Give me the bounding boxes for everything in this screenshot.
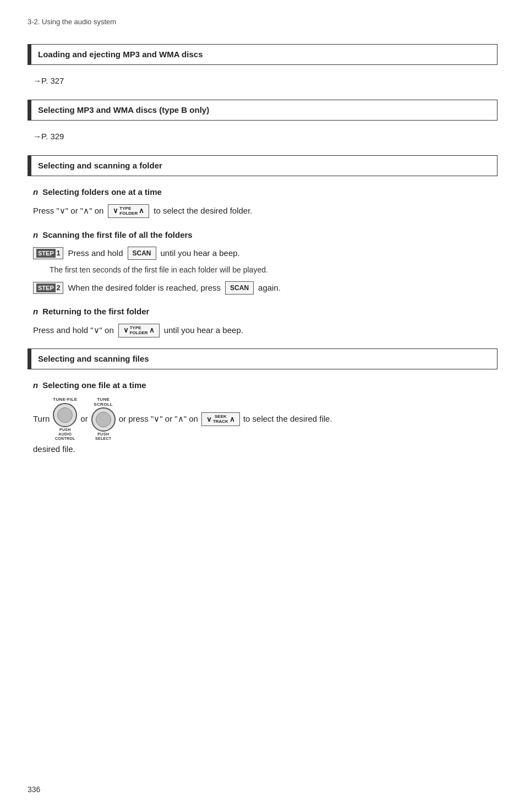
knob1-bottom-label: PUSH AUDIO CONTROL xyxy=(55,428,75,440)
section-folder: Selecting and scanning a folder n Select… xyxy=(28,155,497,337)
breadcrumb: 3-2. Using the audio system xyxy=(28,17,497,28)
step1-prefix: Press and hold xyxy=(68,247,123,260)
subsection-returning-first: n Returning to the first folder Press an… xyxy=(33,306,497,337)
folders-one-suffix-text: to select the desired folder. xyxy=(154,205,252,217)
subsection-label-scanning: Scanning the first file of all the folde… xyxy=(42,229,193,242)
step-badge-1: STEP1 xyxy=(33,247,63,259)
section-loading: Loading and ejecting MP3 and WMA discs →… xyxy=(28,44,497,88)
folder-type-btn-1: ∨ TYPEFOLDER ∧ xyxy=(108,204,149,218)
seek-track-btn: ∨ SEEKTRACK ∧ xyxy=(201,412,240,426)
section-title-folder: Selecting and scanning a folder xyxy=(31,156,169,176)
knob-tune-scroll: TUNE SCROLL PUSH SELECT xyxy=(91,397,116,441)
or-press-text: or press "∨" or "∧" on xyxy=(119,413,198,426)
subsection-scanning-first-file: n Scanning the first file of all the fol… xyxy=(33,229,497,295)
section-title-files: Selecting and scanning files xyxy=(31,349,156,369)
step2-suffix: again. xyxy=(258,282,281,295)
folder-down-arrow-2: ∨ xyxy=(123,326,129,335)
n-bullet-1: n xyxy=(33,186,38,199)
step-badge-2: STEP2 xyxy=(33,282,63,294)
folder-type-label-2: TYPEFOLDER xyxy=(130,325,148,336)
subsection-label-folders-one: Selecting folders one at a time xyxy=(42,186,162,199)
subsection-title-folders-one-at-a-time: n Selecting folders one at a time xyxy=(33,186,497,199)
n-bullet-4: n xyxy=(33,379,38,392)
section-header-loading: Loading and ejecting MP3 and WMA discs xyxy=(28,44,497,66)
folder-btn-arrows-2: ∨ TYPEFOLDER ∧ xyxy=(123,325,155,336)
subsection-label-returning: Returning to the first folder xyxy=(42,306,149,318)
section-files: Selecting and scanning files n Selecting… xyxy=(28,348,497,455)
folders-one-row: Press "∨" or "∧" on ∨ TYPEFOLDER ∧ to se… xyxy=(33,204,497,218)
subsection-folders-one-at-a-time: n Selecting folders one at a time Press … xyxy=(33,186,497,218)
folder-up-arrow-1: ∧ xyxy=(139,206,144,215)
step2-prefix: When the desired folder is reached, pres… xyxy=(68,282,221,295)
knob2-circle xyxy=(91,407,116,432)
folder-type-btn-2: ∨ TYPEFOLDER ∧ xyxy=(118,324,160,337)
n-bullet-2: n xyxy=(33,229,38,242)
scan-btn-1: SCAN xyxy=(128,247,156,260)
step-num-value-2: 2 xyxy=(57,283,61,293)
seek-down-arrow: ∨ xyxy=(206,415,212,424)
select-suffix-text: to select the desired file. xyxy=(243,413,332,426)
section-title-loading: Loading and ejecting MP3 and WMA discs xyxy=(31,45,209,65)
section-title-selecting-discs: Selecting MP3 and WMA discs (type B only… xyxy=(31,100,216,121)
turn-label: Turn xyxy=(33,413,50,426)
section-header-files: Selecting and scanning files xyxy=(28,348,497,370)
section-header-selecting-discs: Selecting MP3 and WMA discs (type B only… xyxy=(28,100,497,121)
desired-file-text: desired file. xyxy=(33,443,497,456)
folder-up-arrow-2: ∧ xyxy=(149,326,155,335)
folders-one-press-text: Press "∨" or "∧" on xyxy=(33,205,103,217)
step1-row: STEP1 Press and hold SCAN until you hear… xyxy=(33,247,497,260)
knob2-bottom-label: PUSH SELECT xyxy=(95,432,111,440)
seek-btn-arrows: ∨ SEEKTRACK ∧ xyxy=(206,414,235,424)
knob1-inner xyxy=(57,407,73,423)
knob1-circle xyxy=(53,403,77,427)
step-num-value-1: 1 xyxy=(57,248,61,258)
subsection-label-one-file: Selecting one file at a time xyxy=(42,379,146,392)
seek-label: SEEKTRACK xyxy=(213,414,228,424)
folder-type-label-1: TYPEFOLDER xyxy=(119,206,138,216)
knob-tune-file: TUNE·FILE PUSH AUDIO CONTROL xyxy=(53,397,77,440)
subsection-title-returning: n Returning to the first folder xyxy=(33,306,497,318)
knob2-top-label: TUNE SCROLL xyxy=(94,397,113,407)
section-ref-selecting-discs: →P. 329 xyxy=(33,130,497,143)
seek-up-arrow: ∧ xyxy=(229,415,235,424)
section-selecting-discs: Selecting MP3 and WMA discs (type B only… xyxy=(28,100,497,143)
subsection-title-scanning: n Scanning the first file of all the fol… xyxy=(33,229,497,242)
returning-row: Press and hold "∨" on ∨ TYPEFOLDER ∧ unt… xyxy=(33,324,497,337)
section-header-folder: Selecting and scanning a folder xyxy=(28,155,497,177)
select-one-file-row: Turn TUNE·FILE PUSH AUDIO CONTROL or TUN… xyxy=(33,397,497,441)
returning-suffix-text: until you hear a beep. xyxy=(164,324,243,337)
step-num-label-1: STEP xyxy=(36,249,56,258)
page-number: 336 xyxy=(28,784,40,795)
scanning-note: The first ten seconds of the first file … xyxy=(50,264,497,276)
step-num-label-2: STEP xyxy=(36,284,56,293)
section-ref-loading: →P. 327 xyxy=(33,75,497,88)
or-text-1: or xyxy=(80,413,88,426)
folder-down-arrow-1: ∨ xyxy=(113,206,118,215)
scan-btn-2: SCAN xyxy=(225,281,254,295)
returning-press-text: Press and hold "∨" on xyxy=(33,324,114,337)
knob1-top-label: TUNE·FILE xyxy=(53,397,77,402)
n-bullet-3: n xyxy=(33,306,38,318)
folder-btn-arrows-1: ∨ TYPEFOLDER ∧ xyxy=(113,206,144,216)
subsection-one-file: n Selecting one file at a time Turn TUNE… xyxy=(33,379,497,455)
step2-row: STEP2 When the desired folder is reached… xyxy=(33,281,497,295)
step1-suffix: until you hear a beep. xyxy=(161,247,240,260)
subsection-title-one-file: n Selecting one file at a time xyxy=(33,379,497,392)
knob2-inner xyxy=(96,412,111,427)
